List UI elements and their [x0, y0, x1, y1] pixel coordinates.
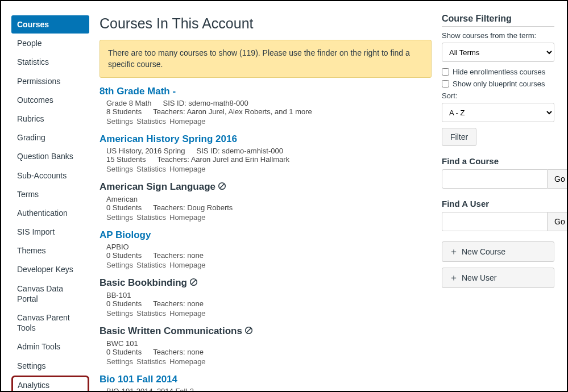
course-meta-text: US History, 2016 Spring [106, 147, 185, 155]
course-meta-text: BWC 101 [106, 339, 138, 348]
sidebar-item-developer-keys[interactable]: Developer Keys [11, 260, 89, 278]
course-meta-text: American [106, 195, 138, 203]
course-meta-text: Teachers: none [153, 251, 204, 260]
course-meta-text: APBIO [106, 243, 129, 251]
course-item: Basic BookbindingBB-1010 StudentsTeacher… [99, 277, 432, 318]
sidebar-item-terms[interactable]: Terms [11, 185, 89, 203]
hide-enrollmentless-label: Hide enrollmentless courses [453, 68, 545, 76]
course-statistics-link[interactable]: Statistics [136, 165, 166, 173]
course-item: American Sign LanguageAmerican0 Students… [99, 181, 432, 222]
sidebar-item-sub-accounts[interactable]: Sub-Accounts [11, 166, 89, 185]
show-blueprint-label: Show only blueprint courses [453, 80, 545, 88]
show-blueprint-checkbox[interactable] [442, 80, 449, 87]
filter-button[interactable]: Filter [442, 128, 476, 146]
unpublished-icon [244, 326, 253, 337]
course-meta-text: 0 Students [106, 348, 142, 356]
course-homepage-link[interactable]: Homepage [169, 117, 206, 126]
course-item: American History Spring 2016US History, … [99, 134, 432, 173]
sidebar-item-statistics[interactable]: Statistics [11, 53, 89, 71]
course-meta-text: 0 Students [106, 203, 142, 212]
course-title-link[interactable]: 8th Grade Math - [99, 86, 176, 97]
course-statistics-link[interactable]: Statistics [136, 309, 166, 318]
course-item: Bio 101 Fall 2014BIO-101-2014, 2014 Fall… [99, 374, 432, 391]
course-meta-text: 8 Students [106, 107, 142, 116]
course-settings-link[interactable]: Settings [106, 261, 133, 269]
course-meta-text: Grade 8 Math [106, 99, 152, 107]
course-meta-text: 15 Students [106, 155, 146, 164]
course-homepage-link[interactable]: Homepage [169, 261, 206, 269]
course-homepage-link[interactable]: Homepage [169, 357, 206, 366]
find-user-go-button[interactable]: Go [548, 212, 568, 231]
term-select[interactable]: All Terms [442, 43, 554, 62]
course-meta-text: BB-101 [106, 291, 131, 299]
sidebar-item-authentication[interactable]: Authentication [11, 204, 89, 222]
course-meta-text: SIS ID: sdemo-math8-000 [163, 99, 248, 107]
sidebar-item-analytics[interactable]: Analytics [11, 376, 89, 392]
sort-label: Sort: [442, 91, 554, 100]
course-settings-link[interactable]: Settings [106, 117, 133, 126]
sidebar-item-people[interactable]: People [11, 34, 89, 52]
find-course-input[interactable] [442, 169, 548, 189]
account-sidebar: CoursesPeopleStatisticsPermissionsOutcom… [1, 1, 89, 391]
hide-enrollmentless-checkbox[interactable] [442, 68, 449, 76]
sidebar-item-sis-import[interactable]: SIS Import [11, 223, 89, 241]
course-title-link[interactable]: Basic Written Communications [99, 326, 253, 337]
sidebar-item-canvas-parent-tools[interactable]: Canvas Parent Tools [11, 308, 89, 337]
new-user-button[interactable]: ＋ New User [442, 268, 554, 288]
course-statistics-link[interactable]: Statistics [136, 261, 166, 269]
course-homepage-link[interactable]: Homepage [169, 309, 206, 318]
plus-icon: ＋ [449, 247, 458, 256]
course-settings-link[interactable]: Settings [106, 213, 133, 222]
sort-select[interactable]: A - Z [442, 103, 554, 122]
course-filtering-heading: Course Filtering [442, 14, 554, 27]
course-statistics-link[interactable]: Statistics [136, 357, 166, 366]
sidebar-item-admin-tools[interactable]: Admin Tools [11, 337, 89, 356]
course-meta-text: 0 Students [106, 299, 142, 308]
course-settings-link[interactable]: Settings [106, 357, 133, 366]
course-title-link[interactable]: American Sign Language [99, 181, 226, 193]
new-course-button[interactable]: ＋ New Course [442, 241, 554, 262]
term-label: Show courses from the term: [442, 31, 554, 40]
find-user-heading: Find A User [442, 199, 554, 208]
course-meta-text: BIO-101-2014, 2014 Fall-2 [106, 387, 194, 391]
find-user-input[interactable] [442, 212, 548, 231]
svg-line-5 [246, 328, 251, 332]
course-title-link[interactable]: American History Spring 2016 [99, 134, 237, 145]
course-meta-text: Teachers: none [153, 299, 204, 308]
course-meta-text: Teachers: Doug Roberts [153, 203, 233, 212]
course-title-link[interactable]: Basic Bookbinding [99, 277, 198, 289]
course-settings-link[interactable]: Settings [106, 165, 133, 173]
course-item: Basic Written CommunicationsBWC 1010 Stu… [99, 326, 432, 366]
sidebar-item-courses[interactable]: Courses [11, 15, 89, 34]
sidebar-item-rubrics[interactable]: Rubrics [11, 110, 89, 128]
course-title-link[interactable]: Bio 101 Fall 2014 [99, 374, 177, 385]
main-content: Courses In This Account There are too ma… [89, 1, 442, 391]
find-course-go-button[interactable]: Go [548, 169, 568, 189]
course-statistics-link[interactable]: Statistics [136, 213, 166, 222]
sidebar-item-canvas-data-portal[interactable]: Canvas Data Portal [11, 280, 89, 308]
course-title-link[interactable]: AP Biology [99, 230, 151, 241]
course-homepage-link[interactable]: Homepage [169, 165, 206, 173]
unpublished-icon [218, 182, 226, 193]
sidebar-item-permissions[interactable]: Permissions [11, 72, 89, 90]
course-settings-link[interactable]: Settings [106, 309, 133, 318]
page-title: Courses In This Account [99, 15, 432, 32]
course-list: 8th Grade Math -Grade 8 MathSIS ID: sdem… [99, 86, 432, 391]
sidebar-item-themes[interactable]: Themes [11, 241, 89, 260]
course-homepage-link[interactable]: Homepage [169, 213, 206, 222]
sidebar-item-grading[interactable]: Grading [11, 128, 89, 147]
sidebar-item-question-banks[interactable]: Question Banks [11, 147, 89, 165]
too-many-courses-alert: There are too many courses to show (119)… [99, 40, 432, 78]
course-meta-text: Teachers: none [153, 348, 204, 356]
course-meta-text: 0 Students [106, 251, 142, 260]
course-item: AP BiologyAPBIO0 StudentsTeachers: noneS… [99, 230, 432, 269]
plus-icon: ＋ [449, 273, 458, 282]
svg-line-1 [219, 184, 224, 188]
unpublished-icon [189, 278, 198, 289]
course-meta-text: Teachers: Aaron Jurel and Erin Hallmark [157, 155, 289, 164]
course-statistics-link[interactable]: Statistics [136, 117, 166, 126]
sidebar-item-settings[interactable]: Settings [11, 357, 89, 375]
sidebar-item-outcomes[interactable]: Outcomes [11, 91, 89, 109]
course-meta-text: SIS ID: sdemo-amhist-000 [197, 147, 283, 155]
course-item: 8th Grade Math -Grade 8 MathSIS ID: sdem… [99, 86, 432, 126]
